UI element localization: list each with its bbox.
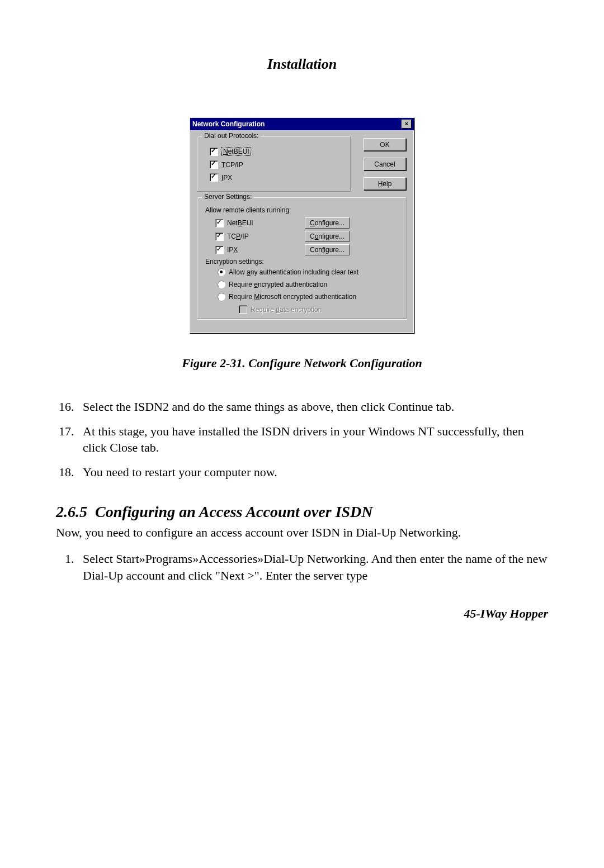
configure-tcpip-button[interactable]: Configure...: [305, 231, 350, 242]
enc-encrypted-label: Require encrypted authentication: [229, 281, 327, 288]
steps-list-b: Select Start»Programs»Accessories»Dial-U…: [56, 551, 548, 584]
server-netbeui-label: NetBEUI: [227, 219, 253, 227]
network-config-dialog: Network Configuration × OK Cancel Help D…: [190, 117, 414, 334]
server-ipx-label: IPX: [227, 246, 238, 254]
dialog-titlebar: Network Configuration ×: [190, 118, 414, 130]
dialout-tcpip-checkbox[interactable]: [210, 160, 218, 169]
dialout-ipx-checkbox[interactable]: [210, 173, 218, 182]
page-footer: 45-IWay Hopper: [56, 606, 548, 621]
server-legend: Server Settings:: [202, 193, 254, 201]
dialog-title: Network Configuration: [192, 120, 265, 128]
enc-encrypted-radio[interactable]: [218, 281, 225, 288]
enc-ms-label: Require Microsoft encrypted authenticati…: [229, 293, 356, 301]
require-data-enc-checkbox: [239, 305, 247, 314]
step-17: At this stage, you have installed the IS…: [77, 423, 548, 456]
enc-any-label: Allow any authentication including clear…: [229, 268, 358, 276]
steps-list-a: Select the ISDN2 and do the same things …: [56, 399, 548, 481]
allow-remote-label: Allow remote clients running:: [205, 206, 400, 214]
enc-any-radio[interactable]: [218, 268, 225, 276]
server-tcpip-label: TCP/IP: [227, 233, 249, 240]
step-b-1: Select Start»Programs»Accessories»Dial-U…: [77, 551, 548, 584]
encryption-label: Encryption settings:: [205, 258, 400, 265]
server-ipx-checkbox[interactable]: [215, 246, 224, 254]
figure-caption: Figure 2-31. Configure Network Configura…: [56, 356, 548, 371]
configure-ipx-button[interactable]: Configure...: [305, 244, 350, 255]
server-netbeui-checkbox[interactable]: [215, 219, 224, 227]
section-heading: 2.6.5 Configuring an Access Account over…: [56, 503, 548, 521]
dialout-tcpip-label: TCP/IP: [221, 161, 243, 169]
page-header: Installation: [56, 56, 548, 73]
configure-netbeui-button[interactable]: Configure...: [305, 217, 350, 229]
help-button[interactable]: Help: [364, 177, 406, 190]
dialout-protocols-group: Dial out Protocols: NetBEUI TCP/IP IPX: [197, 136, 351, 192]
close-icon[interactable]: ×: [402, 120, 412, 129]
step-18: You need to restart your computer now.: [77, 464, 548, 481]
section-intro: Now, you need to configure an access acc…: [56, 524, 548, 541]
enc-ms-radio[interactable]: [218, 293, 225, 301]
cancel-button[interactable]: Cancel: [364, 158, 406, 170]
require-data-enc-label: Require data encryption: [251, 306, 322, 314]
server-tcpip-checkbox[interactable]: [215, 233, 224, 241]
dialout-ipx-label: IPX: [221, 174, 232, 182]
ok-button[interactable]: OK: [364, 138, 406, 151]
server-settings-group: Server Settings: Allow remote clients ru…: [197, 197, 407, 320]
dialout-legend: Dial out Protocols:: [202, 132, 261, 140]
dialout-netbeui-label: NetBEUI: [221, 147, 251, 156]
step-16: Select the ISDN2 and do the same things …: [77, 399, 548, 415]
dialout-netbeui-checkbox[interactable]: [210, 148, 218, 156]
